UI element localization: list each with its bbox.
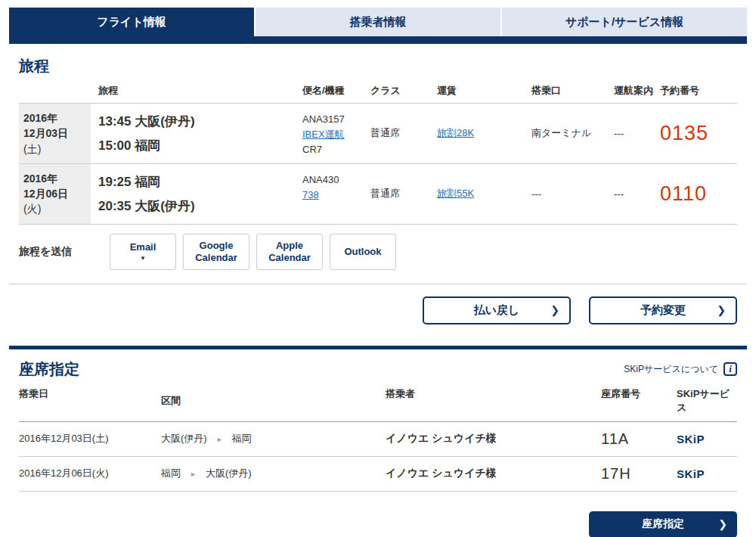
email-button[interactable]: Email ▼ — [110, 234, 176, 270]
boarding-gate: 南ターミナル — [531, 104, 614, 163]
google-calendar-button[interactable]: Google Calendar — [183, 234, 249, 270]
seat-assignment-button[interactable]: 座席指定 ❯ — [589, 511, 737, 537]
arrival-time: 20:35 — [98, 199, 131, 213]
flight-number: ANA430 — [302, 172, 370, 188]
flight-segment: 13:45 大阪(伊丹) 15:00 福岡 — [91, 104, 302, 163]
header-class: クラス — [370, 84, 437, 98]
apple-calendar-button[interactable]: Apple Calendar — [256, 234, 323, 270]
header-ops-info: 運航案内 — [614, 84, 660, 98]
flight-number-cell: ANA3157 IBEX運航 CR7 — [302, 104, 370, 163]
itinerary-row-outbound: 2016年 12月03日 (土) 13:45 大阪(伊丹) 15:00 福岡 A… — [19, 103, 737, 163]
route: 福岡 ▸ 大阪(伊丹) — [161, 467, 386, 480]
dropdown-triangle-icon: ▼ — [140, 256, 146, 262]
aircraft-type: CR7 — [302, 142, 370, 157]
passenger-name: イノウエ シュウイチ様 — [386, 432, 601, 445]
seat-button-row: 座席指定 ❯ — [19, 511, 737, 537]
route-arrow-icon: ▸ — [191, 470, 195, 478]
passenger-name: イノウエ シュウイチ様 — [386, 467, 601, 480]
flight-date: 2016年 12月06日 (火) — [19, 164, 91, 224]
seat-class: 普通席 — [370, 104, 437, 163]
fare-link[interactable]: 旅割28K — [437, 126, 474, 140]
boarding-date: 2016年12月03日(土) — [19, 432, 161, 445]
itinerary-title: 旅程 — [19, 56, 737, 76]
itinerary-table-header: 旅程 便名/機種 クラス 運賃 搭乗口 運航案内 予約番号 — [19, 84, 737, 103]
tab-support-service-info[interactable]: サポート/サービス情報 — [502, 8, 747, 36]
flight-date-year: 2016年 — [23, 171, 86, 186]
boarding-date: 2016年12月06日(火) — [19, 467, 161, 480]
itinerary-section: 旅程 旅程 便名/機種 クラス 運賃 搭乗口 運航案内 予約番号 2016年 1… — [19, 56, 737, 225]
arrival-city: 福岡 — [135, 138, 160, 153]
seat-table: 搭乗日 区間 搭乗者 座席番号 SKiPサービス 2016年12月03日(土) … — [19, 387, 737, 492]
departure-time: 13:45 — [98, 114, 131, 129]
route-to: 福岡 — [232, 432, 252, 445]
header-spacer — [19, 84, 91, 98]
seat-class: 普通席 — [370, 164, 437, 224]
header-reservation-number: 予約番号 — [660, 84, 737, 98]
header-itinerary: 旅程 — [91, 84, 302, 98]
arrival-time: 15:00 — [98, 138, 131, 153]
flight-date-day: 12月06日 — [23, 186, 86, 201]
tab-passenger-info[interactable]: 搭乗者情報 — [256, 8, 502, 36]
boarding-gate: --- — [531, 164, 614, 224]
skip-logo: SKiP — [677, 433, 705, 445]
operation-info: --- — [614, 104, 660, 163]
seat-number: 11A — [601, 430, 677, 448]
chevron-right-icon: ❯ — [717, 304, 726, 316]
seat-section-header: 座席指定 SKiPサービスについて i — [19, 359, 737, 380]
refund-button[interactable]: 払い戻し ❯ — [423, 296, 571, 324]
reservation-number: 0110 — [660, 164, 737, 224]
seat-number: 17H — [601, 465, 677, 483]
flight-date-day: 12月03日 — [23, 126, 86, 141]
outlook-button[interactable]: Outlook — [330, 234, 396, 270]
header-skip-service: SKiPサービス — [677, 387, 737, 414]
route: 大阪(伊丹) ▸ 福岡 — [161, 432, 386, 445]
section-separator-bar — [9, 346, 747, 349]
flight-segment: 19:25 福岡 20:35 大阪(伊丹) — [91, 164, 302, 224]
header-seat-number: 座席番号 — [601, 387, 677, 414]
reservation-number: 0135 — [660, 104, 737, 163]
seat-row-outbound: 2016年12月03日(土) 大阪(伊丹) ▸ 福岡 イノウエ シュウイチ様 1… — [19, 422, 737, 457]
info-icon[interactable]: i — [723, 362, 737, 376]
flight-number: ANA3157 — [302, 112, 370, 127]
route-from: 福岡 — [161, 467, 181, 480]
departure-city: 福岡 — [135, 175, 160, 189]
flight-date-weekday: (火) — [23, 201, 86, 216]
header-flight: 便名/機種 — [302, 84, 370, 98]
section-divider — [9, 284, 747, 284]
action-button-row: 払い戻し ❯ 予約変更 ❯ — [19, 296, 737, 324]
itinerary-row-return: 2016年 12月06日 (火) 19:25 福岡 20:35 大阪(伊丹) A… — [19, 163, 737, 225]
seat-section-title: 座席指定 — [19, 359, 79, 380]
tab-strip — [9, 36, 747, 44]
departure-city: 大阪(伊丹) — [135, 114, 194, 129]
skip-service-info-label: SKiPサービスについて — [624, 363, 718, 376]
header-section: 区間 — [161, 387, 386, 414]
fare-link[interactable]: 旅割55K — [437, 187, 474, 200]
arrival-city: 大阪(伊丹) — [135, 199, 194, 213]
route-from: 大阪(伊丹) — [161, 432, 207, 445]
flight-date-year: 2016年 — [23, 110, 86, 126]
tab-flight-info[interactable]: フライト情報 — [9, 8, 256, 36]
chevron-right-icon: ❯ — [550, 304, 559, 316]
tab-bar: フライト情報 搭乗者情報 サポート/サービス情報 — [9, 8, 747, 36]
header-passenger: 搭乗者 — [386, 387, 601, 414]
seat-table-header: 搭乗日 区間 搭乗者 座席番号 SKiPサービス — [19, 387, 737, 422]
departure-time: 19:25 — [98, 175, 131, 189]
flight-number-cell: ANA430 738 — [302, 164, 370, 224]
ana-booking-page: フライト情報 搭乗者情報 サポート/サービス情報 旅程 旅程 便名/機種 クラス… — [0, 0, 756, 537]
chevron-right-icon: ❯ — [718, 518, 727, 530]
change-reservation-button[interactable]: 予約変更 ❯ — [589, 296, 737, 324]
seat-assignment-button-label: 座席指定 — [642, 517, 684, 531]
header-boarding-date: 搭乗日 — [19, 387, 161, 414]
operator-link[interactable]: IBEX運航 — [302, 129, 345, 140]
aircraft-link[interactable]: 738 — [302, 189, 319, 200]
send-itinerary-row: 旅程を送信 Email ▼ Google Calendar Apple Cale… — [19, 234, 737, 270]
operation-info: --- — [614, 164, 660, 224]
header-fare: 運賃 — [437, 84, 531, 98]
flight-date: 2016年 12月03日 (土) — [19, 104, 91, 163]
skip-service-info-link[interactable]: SKiPサービスについて i — [624, 362, 737, 376]
flight-date-weekday: (土) — [23, 141, 86, 157]
refund-button-label: 払い戻し — [474, 303, 520, 318]
route-arrow-icon: ▸ — [218, 435, 222, 443]
seat-row-return: 2016年12月06日(火) 福岡 ▸ 大阪(伊丹) イノウエ シュウイチ様 1… — [19, 457, 737, 492]
header-gate: 搭乗口 — [531, 84, 614, 98]
